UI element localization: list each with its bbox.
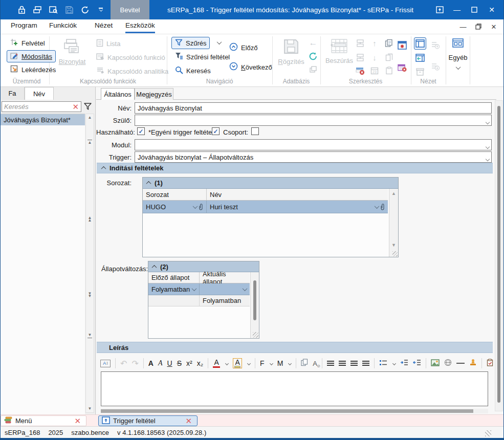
csoport-checkbox[interactable] [251,127,259,135]
close-tab-icon[interactable]: ✕ [72,417,83,425]
cell-dropdown-icon[interactable] [192,286,197,291]
copy-format-icon[interactable] [301,359,308,368]
clipboard-check-icon[interactable] [487,359,493,368]
tab-altalanos[interactable]: Általános [101,88,135,100]
strikethrough-icon[interactable]: S [177,360,182,367]
cell-dropdown-icon[interactable] [193,204,198,209]
italic-icon[interactable]: A [158,360,163,367]
bold-icon[interactable]: A [148,360,154,367]
scroll-pagedown-icon[interactable]: ▼▼ [86,292,94,297]
szuresi-feltetel-button[interactable]: Szűrési feltétel [171,51,233,63]
scroll-bottom-icon[interactable]: ▼ [87,333,92,338]
font-family-icon[interactable]: F [260,360,265,367]
hasznalhato-checkbox[interactable]: ✓ [137,127,145,135]
panel-collapse-icon[interactable] [415,53,425,62]
menu-funkciok[interactable]: Funkciók [49,21,77,32]
panel-filter-icon[interactable] [83,102,92,112]
panel-layout-icon[interactable] [414,37,426,50]
egyeb-button[interactable]: Egyéb [447,38,469,83]
context-tab-bevitel[interactable]: Bevitel [111,0,149,19]
scroll-thumb[interactable] [101,409,473,413]
scroll-down-icon[interactable]: ▼ [86,407,94,411]
qat-customize-chevron-icon[interactable] [96,5,105,14]
cell-empty[interactable] [148,295,200,306]
search-input[interactable] [2,103,70,111]
align-center-icon[interactable] [339,361,346,366]
szures-button[interactable]: Szűrés [171,37,210,49]
close-button[interactable]: ✕ [483,0,500,19]
elozo-button[interactable]: Előző [226,41,261,54]
clear-search-icon[interactable]: ✕ [70,103,81,111]
kereses-button[interactable]: Keresés [171,64,214,77]
numbered-list-icon[interactable] [379,359,387,368]
menu-program[interactable]: Program [11,21,37,32]
paperclip-icon[interactable] [380,204,385,210]
dropdown-icon[interactable] [486,145,490,149]
list-item-selected[interactable]: Jóváhagyás Bizonylat* [1,114,85,125]
felvetel-button[interactable]: Felvétel [7,37,49,49]
scroll-top-icon[interactable]: ▲ [87,140,92,145]
cell-folyamatban[interactable]: Folyamatban [200,295,250,306]
copy-icon[interactable] [384,38,393,48]
scroll-thumb[interactable] [497,106,500,403]
resize-grip[interactable] [485,430,491,436]
inditasi-feltetelek-header[interactable]: Indítási feltételek [97,163,493,173]
insert-link-icon[interactable] [444,359,452,368]
cell-sorozat[interactable]: HUGO [143,201,207,213]
egyeni-checkbox[interactable]: ✓ [212,127,220,135]
szures-dropdown-icon[interactable] [217,39,222,45]
window-new-icon[interactable] [398,40,407,50]
horizontal-rule-icon[interactable] [456,363,465,364]
restore-panel-icon[interactable] [431,0,448,19]
lock-icon[interactable] [17,5,26,14]
align-justify-icon[interactable] [362,361,369,366]
clear-format-icon[interactable]: A⊘ [313,360,317,367]
numbered-list-dropdown-icon[interactable] [392,361,396,365]
scroll-pageup-icon[interactable]: ▲▲ [86,216,94,222]
scroll-up-icon[interactable]: ▲ [389,191,398,196]
window-delete-icon[interactable] [398,63,407,72]
tab-fa[interactable]: Fa [1,87,25,100]
align-left-icon[interactable] [327,361,334,366]
inner-close-button[interactable]: ✕ [486,20,501,33]
underline-icon[interactable]: U [167,360,172,367]
window-search-icon[interactable] [49,5,58,14]
nev-field[interactable]: Jóváhagyás Bizonylat [135,102,492,114]
kovetkezo-button[interactable]: KKövetkezőövetkező [226,61,276,73]
refresh-icon[interactable] [80,5,90,14]
superscript-icon[interactable]: x² [186,360,192,367]
column-header-aktualis[interactable]: Aktuális állapot [200,272,250,283]
column-header-sorozat[interactable]: Sorozat [143,189,207,201]
cell-nev[interactable]: Huri teszt [207,201,388,213]
text-mode-icon[interactable]: AI [100,360,111,367]
horizontal-scrollbar[interactable] [101,409,488,413]
cell-aktualis-allapot[interactable] [200,283,250,295]
leiras-header[interactable]: Leírás [97,342,493,353]
leiras-textarea[interactable] [101,371,488,406]
allapot-grid-scrollbar[interactable] [250,272,259,338]
resize-grip[interactable] [253,332,258,338]
highlight-dropdown-icon[interactable] [247,361,251,365]
menu-nezet[interactable]: Nézet [95,21,113,32]
maximize-button[interactable] [466,0,483,19]
column-header-nev[interactable]: Név [207,189,388,201]
szulo-field[interactable] [135,115,492,126]
left-panel-scrollbar[interactable]: ▲ ▲ ▲▲ ▼▼ ▼ ▼ [85,114,94,413]
inner-restore-button[interactable] [471,20,486,33]
cell-dropdown-icon[interactable] [243,286,248,291]
font-size-dropdown-icon[interactable] [288,361,292,365]
column-header-elozo[interactable]: Előző állapot [148,272,200,283]
modul-field[interactable] [135,139,492,150]
font-size-icon[interactable]: M [277,360,283,367]
windows-list-icon[interactable] [33,5,42,14]
indent-icon[interactable] [400,359,408,367]
outdent-icon[interactable] [413,359,421,367]
scroll-down-icon[interactable]: ▼ [389,243,398,248]
resize-grip[interactable] [392,251,398,256]
trigger-field[interactable]: Jóváhagyás bizonylat – Állapotváltozás [135,151,492,163]
refresh-db-icon[interactable] [309,52,318,61]
align-right-icon[interactable] [350,361,358,366]
font-color-icon[interactable]: A [213,359,220,368]
font-color-dropdown-icon[interactable] [225,361,229,365]
close-tab-icon[interactable]: ✕ [183,417,194,425]
